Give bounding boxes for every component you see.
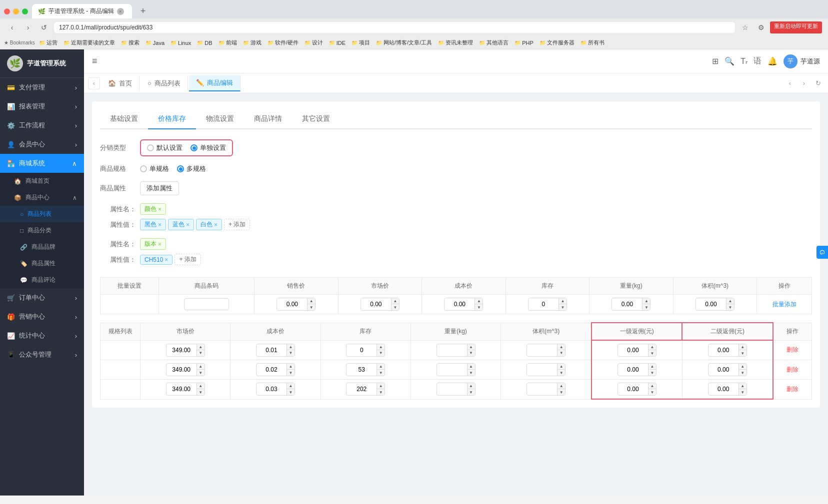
up[interactable]: ▲ <box>467 344 475 350</box>
attr-name-close-btn[interactable]: × <box>158 241 162 248</box>
new-tab-btn[interactable]: + <box>136 4 150 18</box>
bookmark-php[interactable]: 📁PHP <box>512 39 536 47</box>
spec-2-weight-input[interactable] <box>437 384 467 395</box>
sidebar-item-marketing[interactable]: 🎁营销中心 › <box>0 307 84 326</box>
spec-single[interactable]: 单规格 <box>140 164 169 173</box>
bookmark-games[interactable]: 📁游戏 <box>241 38 264 47</box>
up[interactable]: ▲ <box>467 364 475 370</box>
sale-type-default[interactable]: 默认设置 <box>147 143 182 152</box>
batch-market-price-input[interactable] <box>361 299 391 310</box>
down[interactable]: ▼ <box>648 370 656 376</box>
tab-logistics[interactable]: 物流设置 <box>196 109 244 129</box>
down[interactable]: ▼ <box>738 389 746 395</box>
bookmark-star-btn[interactable]: ☆ <box>739 21 751 33</box>
weight-down[interactable]: ▼ <box>642 304 650 310</box>
down[interactable]: ▼ <box>557 370 565 376</box>
close-window-btn[interactable] <box>4 8 10 14</box>
down[interactable]: ▼ <box>286 370 294 376</box>
browser-tab-active[interactable]: 🌿 芋道管理系统 - 商品编辑 × <box>32 4 132 18</box>
sidebar-item-payment[interactable]: 💳支付管理 › <box>0 78 84 97</box>
language-icon[interactable]: 语 <box>754 56 762 66</box>
sidebar-item-product-brand[interactable]: 🔗 商品品牌 <box>0 239 84 255</box>
down[interactable]: ▼ <box>738 350 746 356</box>
sidebar-item-stats[interactable]: 📈统计中心 › <box>0 326 84 345</box>
market-price-up[interactable]: ▲ <box>391 298 399 304</box>
bookmark-linux[interactable]: 📁Linux <box>168 39 193 47</box>
tab-detail[interactable]: 商品详情 <box>244 109 292 129</box>
extension-btn[interactable]: ⚙ <box>755 21 767 33</box>
down[interactable]: ▼ <box>196 370 204 376</box>
sidebar-item-product-attr[interactable]: 🏷️ 商品属性 <box>0 255 84 272</box>
down[interactable]: ▼ <box>376 370 384 376</box>
header-user[interactable]: 芋 芋道源 <box>784 54 820 68</box>
sidebar-item-order[interactable]: 🛒订单中心 › <box>0 288 84 307</box>
up[interactable]: ▲ <box>196 364 204 370</box>
down[interactable]: ▼ <box>467 389 475 395</box>
spec-0-commission1-input[interactable] <box>618 345 648 356</box>
spec-row-2-delete-btn[interactable]: 删除 <box>786 386 798 393</box>
breadcrumb-tab-home[interactable]: 🏠 首页 <box>101 76 140 91</box>
down[interactable]: ▼ <box>286 350 294 356</box>
spec-2-volume-input[interactable] <box>527 384 557 395</box>
minimize-window-btn[interactable] <box>13 8 19 14</box>
bookmark-search[interactable]: 📁搜索 <box>119 38 142 47</box>
up[interactable]: ▲ <box>738 383 746 389</box>
batch-weight-input[interactable] <box>612 299 642 310</box>
sale-price-up[interactable]: ▲ <box>307 298 315 304</box>
add-value-btn-0[interactable]: + 添加 <box>224 219 250 230</box>
up[interactable]: ▲ <box>648 383 656 389</box>
down[interactable]: ▼ <box>196 389 204 395</box>
bookmark-fileserver[interactable]: 📁文件服务器 <box>538 38 576 47</box>
spec-row-0-delete-btn[interactable]: 删除 <box>786 346 798 353</box>
sale-price-down[interactable]: ▼ <box>307 304 315 310</box>
up[interactable]: ▲ <box>376 344 384 350</box>
spec-0-weight-input[interactable] <box>437 345 467 356</box>
sidebar-item-mall[interactable]: 🏪商城系统 ∧ <box>0 154 84 173</box>
down[interactable]: ▼ <box>557 389 565 395</box>
add-attr-btn[interactable]: 添加属性 <box>140 181 179 195</box>
sidebar-item-report[interactable]: 📊报表管理 › <box>0 97 84 116</box>
bookmark-news[interactable]: 📁资讯未整理 <box>436 38 475 47</box>
down[interactable]: ▼ <box>286 389 294 395</box>
refresh-btn[interactable]: ↺ <box>38 21 50 33</box>
spec-1-cost-price-input[interactable] <box>256 364 286 375</box>
forward-btn[interactable]: › <box>22 21 34 33</box>
spec-1-commission2-input[interactable] <box>708 364 738 375</box>
spec-multi[interactable]: 多规格 <box>177 164 206 173</box>
search-icon[interactable]: 🔍 <box>724 56 734 66</box>
attr-value-close-btn[interactable]: × <box>214 221 218 228</box>
down[interactable]: ▼ <box>467 350 475 356</box>
tab-other[interactable]: 其它设置 <box>292 109 340 129</box>
spec-2-commission2-input[interactable] <box>708 384 738 395</box>
batch-barcode-input[interactable] <box>184 298 229 310</box>
bookmark-all[interactable]: 📁所有书 <box>578 38 606 47</box>
bookmark-software[interactable]: 📁软件/硬件 <box>266 38 300 47</box>
batch-sale-price-input[interactable] <box>277 299 307 310</box>
attr-value-close-btn[interactable]: × <box>164 256 168 263</box>
down[interactable]: ▼ <box>467 370 475 376</box>
sidebar-item-workflow[interactable]: ⚙️工作流程 › <box>0 116 84 135</box>
weight-up[interactable]: ▲ <box>642 298 650 304</box>
down[interactable]: ▼ <box>648 350 656 356</box>
spec-row-1-delete-btn[interactable]: 删除 <box>786 366 798 373</box>
bookmark-project[interactable]: 📁项目 <box>350 38 372 47</box>
spec-0-cost-price-input[interactable] <box>256 345 286 356</box>
bookmark-articles[interactable]: 📁近期需要读的文章 <box>62 38 117 47</box>
address-input[interactable] <box>54 22 735 33</box>
spec-2-market-price-input[interactable] <box>166 384 196 395</box>
up[interactable]: ▲ <box>286 364 294 370</box>
restart-notice[interactable]: 重新启动即可更新 <box>770 21 822 33</box>
attr-value-close-btn[interactable]: × <box>186 221 190 228</box>
tab-price[interactable]: 价格库存 <box>148 109 196 129</box>
market-price-down[interactable]: ▼ <box>391 304 399 310</box>
up[interactable]: ▲ <box>738 344 746 350</box>
up[interactable]: ▲ <box>376 364 384 370</box>
up[interactable]: ▲ <box>286 383 294 389</box>
bookmark-website[interactable]: 📁网站/博客/文章/工具 <box>374 38 434 47</box>
batch-add-btn[interactable]: 批量添加 <box>772 301 796 308</box>
up[interactable]: ▲ <box>196 344 204 350</box>
down[interactable]: ▼ <box>376 350 384 356</box>
maximize-window-btn[interactable] <box>22 8 28 14</box>
tab-basic[interactable]: 基础设置 <box>100 109 148 129</box>
bookmark-ide[interactable]: 📁IDE <box>327 39 348 47</box>
